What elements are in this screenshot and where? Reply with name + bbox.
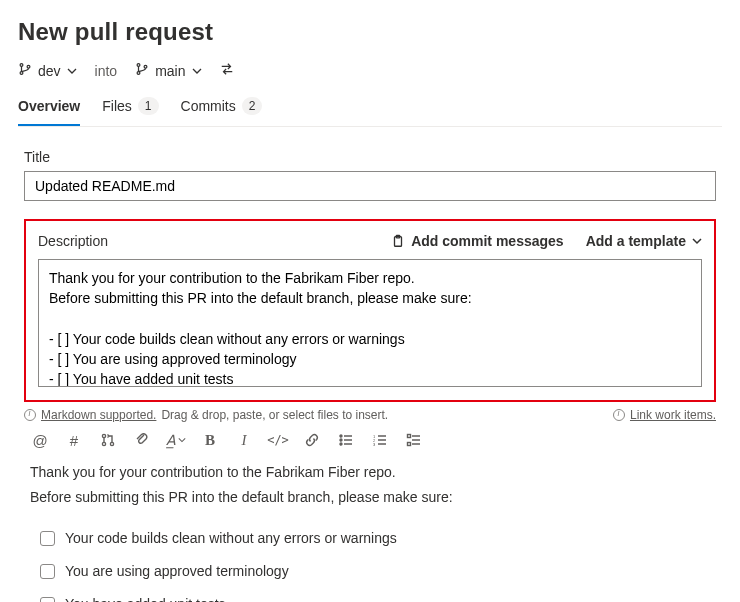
markdown-toolbar: @ # A̲ B I </> 123 (24, 422, 716, 458)
mention-button[interactable]: @ (30, 430, 50, 450)
pr-button[interactable] (98, 430, 118, 450)
tab-label: Overview (18, 98, 80, 114)
description-preview: Thank you for your contribution to the F… (24, 458, 716, 602)
clipboard-icon (391, 234, 405, 248)
description-label: Description (38, 233, 369, 249)
svg-point-12 (340, 439, 342, 441)
description-textarea[interactable] (38, 259, 702, 387)
tab-overview[interactable]: Overview (18, 90, 80, 126)
svg-text:3: 3 (373, 442, 376, 447)
tab-bar: Overview Files 1 Commits 2 (18, 89, 722, 127)
tab-files[interactable]: Files 1 (102, 89, 158, 127)
svg-point-9 (102, 442, 105, 445)
attach-button[interactable] (132, 430, 152, 450)
tab-commits[interactable]: Commits 2 (181, 89, 263, 127)
task-list-button[interactable] (404, 430, 424, 450)
preview-line: Before submitting this PR into the defau… (30, 487, 710, 508)
tab-label: Files (102, 98, 132, 114)
tab-label: Commits (181, 98, 236, 114)
svg-point-4 (137, 72, 140, 75)
add-commit-messages-button[interactable]: Add commit messages (391, 233, 564, 249)
branch-bar: dev into main (18, 62, 722, 79)
hint-row: Markdown supported. Drag & drop, paste, … (24, 408, 716, 422)
svg-point-5 (144, 65, 147, 68)
description-block: Description Add commit messages Add a te… (24, 219, 716, 402)
heading-button[interactable]: A̲ (166, 432, 186, 449)
target-branch-label: main (155, 63, 185, 79)
tab-count-badge: 1 (138, 97, 159, 115)
svg-point-1 (20, 72, 23, 75)
svg-rect-17 (408, 435, 411, 438)
source-branch-picker[interactable]: dev (18, 62, 77, 79)
list-item: You are using approved terminology (30, 555, 710, 588)
checklist-checkbox[interactable] (40, 531, 55, 546)
checklist-label: You have added unit tests (65, 594, 226, 602)
drag-drop-hint: Drag & drop, paste, or select files to i… (161, 408, 388, 422)
swap-branches-button[interactable] (220, 62, 234, 79)
info-icon (24, 409, 36, 421)
title-input[interactable] (24, 171, 716, 201)
svg-rect-18 (408, 443, 411, 446)
svg-point-2 (27, 65, 30, 68)
link-work-items-link[interactable]: Link work items. (630, 408, 716, 422)
button-label: Add commit messages (411, 233, 564, 249)
info-icon (613, 409, 625, 421)
target-branch-picker[interactable]: main (135, 62, 201, 79)
bold-button[interactable]: B (200, 430, 220, 450)
code-button[interactable]: </> (268, 430, 288, 450)
title-label: Title (24, 149, 716, 165)
link-button[interactable] (302, 430, 322, 450)
checklist-checkbox[interactable] (40, 564, 55, 579)
numbered-list-button[interactable]: 123 (370, 430, 390, 450)
checklist-label: You are using approved terminology (65, 561, 289, 582)
branch-icon (18, 62, 32, 79)
chevron-down-icon (692, 236, 702, 246)
chevron-down-icon (192, 66, 202, 76)
markdown-supported-link[interactable]: Markdown supported. (41, 408, 156, 422)
chevron-down-icon (67, 66, 77, 76)
list-item: You have added unit tests (30, 588, 710, 602)
svg-point-0 (20, 64, 23, 67)
page-title: New pull request (18, 18, 722, 46)
svg-point-13 (340, 443, 342, 445)
preview-checklist: Your code builds clean without any error… (30, 522, 710, 602)
add-template-button[interactable]: Add a template (586, 233, 702, 249)
svg-point-8 (102, 434, 105, 437)
svg-point-11 (340, 435, 342, 437)
branch-icon (135, 62, 149, 79)
italic-button[interactable]: I (234, 430, 254, 450)
list-item: Your code builds clean without any error… (30, 522, 710, 555)
bullet-list-button[interactable] (336, 430, 356, 450)
into-label: into (95, 63, 118, 79)
work-item-button[interactable]: # (64, 430, 84, 450)
source-branch-label: dev (38, 63, 61, 79)
svg-point-3 (137, 64, 140, 67)
checklist-checkbox[interactable] (40, 597, 55, 602)
svg-point-10 (110, 442, 113, 445)
chevron-down-icon (178, 436, 186, 444)
checklist-label: Your code builds clean without any error… (65, 528, 397, 549)
tab-count-badge: 2 (242, 97, 263, 115)
preview-line: Thank you for your contribution to the F… (30, 462, 710, 483)
button-label: Add a template (586, 233, 686, 249)
